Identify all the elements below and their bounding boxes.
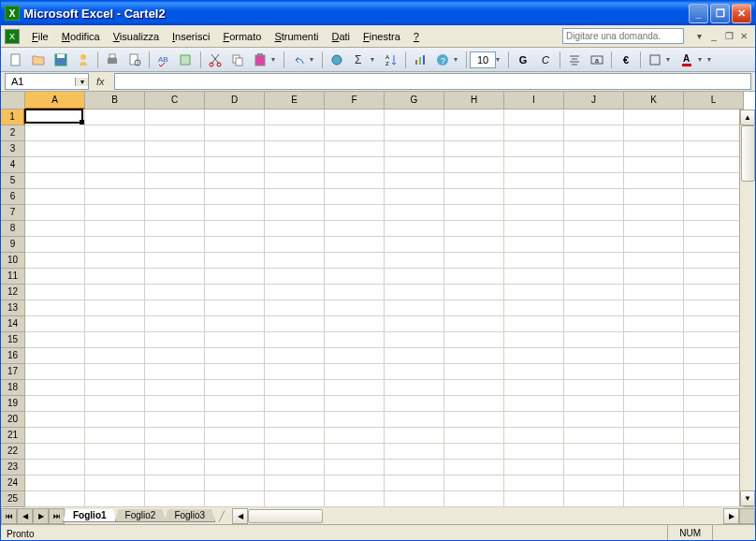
cell[interactable] xyxy=(385,316,444,332)
cell[interactable] xyxy=(684,285,744,300)
cell[interactable] xyxy=(205,491,265,507)
cell[interactable] xyxy=(385,221,444,237)
cell[interactable] xyxy=(205,173,265,189)
cell[interactable] xyxy=(624,396,684,412)
cell[interactable] xyxy=(25,237,85,253)
cell[interactable] xyxy=(145,364,205,380)
cell[interactable] xyxy=(325,285,385,300)
sheet-tab-foglio2[interactable]: Foglio2 xyxy=(115,509,167,522)
cell[interactable] xyxy=(444,205,504,221)
open-button[interactable] xyxy=(28,50,49,70)
cell[interactable] xyxy=(265,269,325,285)
cell[interactable] xyxy=(145,141,205,157)
cell[interactable] xyxy=(25,332,85,348)
cell[interactable] xyxy=(684,173,744,189)
font-color-button[interactable]: A xyxy=(676,50,697,70)
cell[interactable] xyxy=(684,300,744,316)
cell[interactable] xyxy=(624,412,684,428)
horizontal-scroll-thumb[interactable] xyxy=(248,509,323,523)
cell[interactable] xyxy=(564,491,624,507)
cell[interactable] xyxy=(85,412,145,428)
cell[interactable] xyxy=(325,428,385,444)
cell[interactable] xyxy=(265,332,325,348)
cell[interactable] xyxy=(205,110,265,125)
cell[interactable] xyxy=(504,205,564,221)
cell[interactable] xyxy=(205,380,265,396)
cut-button[interactable] xyxy=(205,50,225,70)
row-header-1[interactable]: 1 xyxy=(1,110,25,125)
cell[interactable] xyxy=(564,475,624,491)
research-button[interactable] xyxy=(176,50,196,70)
cell[interactable] xyxy=(564,332,624,348)
cell[interactable] xyxy=(85,396,145,412)
cell[interactable] xyxy=(385,460,444,475)
cell[interactable] xyxy=(145,157,205,173)
row-header-6[interactable]: 6 xyxy=(1,189,25,205)
cell[interactable] xyxy=(25,428,85,444)
row-header-18[interactable]: 18 xyxy=(1,380,25,396)
print-preview-button[interactable] xyxy=(124,50,145,70)
cell[interactable] xyxy=(564,173,624,189)
cell[interactable] xyxy=(205,428,265,444)
cell[interactable] xyxy=(504,237,564,253)
cell[interactable] xyxy=(325,364,385,380)
cell[interactable] xyxy=(325,205,385,221)
tab-last-button[interactable]: ⏭ xyxy=(49,508,65,524)
cell[interactable] xyxy=(325,269,385,285)
row-header-17[interactable]: 17 xyxy=(1,364,25,380)
cell[interactable] xyxy=(85,189,145,205)
undo-dropdown[interactable]: ▾ xyxy=(310,55,319,64)
cell[interactable] xyxy=(25,444,85,460)
cell[interactable] xyxy=(385,253,444,269)
print-button[interactable] xyxy=(102,50,123,70)
cell[interactable] xyxy=(265,125,325,141)
tab-prev-button[interactable]: ◀ xyxy=(17,508,33,524)
cell[interactable] xyxy=(444,221,504,237)
fx-button[interactable]: fx xyxy=(96,76,105,87)
cell[interactable] xyxy=(444,364,504,380)
cell[interactable] xyxy=(25,380,85,396)
cell[interactable] xyxy=(624,364,684,380)
cell[interactable] xyxy=(624,205,684,221)
italic-button[interactable]: C xyxy=(535,50,556,70)
cell[interactable] xyxy=(325,348,385,364)
cell[interactable] xyxy=(25,157,85,173)
cell[interactable] xyxy=(25,475,85,491)
cell[interactable] xyxy=(25,348,85,364)
cell[interactable] xyxy=(684,460,744,475)
cell[interactable] xyxy=(564,141,624,157)
cell[interactable] xyxy=(385,412,444,428)
autosum-button[interactable]: Σ xyxy=(349,50,370,70)
cell[interactable] xyxy=(684,332,744,348)
cell[interactable] xyxy=(205,348,265,364)
cell[interactable] xyxy=(564,364,624,380)
column-header-B[interactable]: B xyxy=(85,92,145,110)
cell[interactable] xyxy=(444,428,504,444)
help-search-input[interactable] xyxy=(562,28,684,44)
cell[interactable] xyxy=(624,316,684,332)
cell[interactable] xyxy=(325,253,385,269)
cell[interactable] xyxy=(385,396,444,412)
cell[interactable] xyxy=(325,475,385,491)
cell[interactable] xyxy=(25,221,85,237)
column-header-K[interactable]: K xyxy=(624,92,684,110)
cell[interactable] xyxy=(624,221,684,237)
cell[interactable] xyxy=(504,157,564,173)
cell[interactable] xyxy=(145,300,205,316)
cell[interactable] xyxy=(385,300,444,316)
cell[interactable] xyxy=(25,141,85,157)
menu-formato[interactable]: Formato xyxy=(216,29,268,44)
menu-finestra[interactable]: Finestra xyxy=(356,29,407,44)
cell[interactable] xyxy=(145,332,205,348)
row-header-11[interactable]: 11 xyxy=(1,269,25,285)
cell[interactable] xyxy=(145,253,205,269)
cell[interactable] xyxy=(564,285,624,300)
cell[interactable] xyxy=(624,428,684,444)
cell[interactable] xyxy=(325,412,385,428)
cell[interactable] xyxy=(624,491,684,507)
row-header-23[interactable]: 23 xyxy=(1,460,25,475)
cell[interactable] xyxy=(624,348,684,364)
row-header-3[interactable]: 3 xyxy=(1,141,25,157)
row-header-15[interactable]: 15 xyxy=(1,332,25,348)
cell[interactable] xyxy=(205,300,265,316)
